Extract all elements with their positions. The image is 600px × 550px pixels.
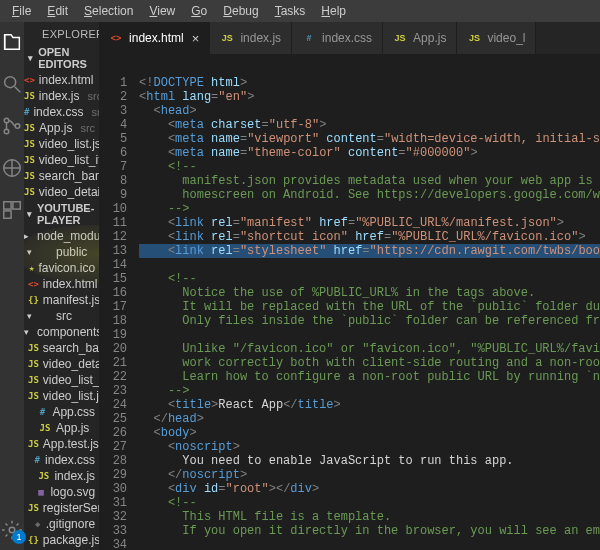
code-line[interactable]: manifest.json provides metadata used whe… — [139, 174, 600, 188]
code-line[interactable]: <meta name="viewport" content="width=dev… — [139, 132, 600, 146]
code-line[interactable]: <meta charset="utf-8"> — [139, 118, 600, 132]
code-line[interactable]: <link rel="shortcut icon" href="%PUBLIC_… — [139, 230, 600, 244]
open-editor-item[interactable]: JSvideo_list_item.jssrc\components — [24, 152, 99, 168]
menu-view[interactable]: View — [141, 2, 183, 20]
svg-line-1 — [15, 87, 21, 93]
chevron-down-icon: ▾ — [26, 209, 33, 219]
search-icon[interactable] — [0, 72, 24, 96]
file-item[interactable]: JSsearch_bar.js — [24, 340, 99, 356]
code-line[interactable]: --> — [139, 384, 600, 398]
twistie-icon: ▾ — [24, 327, 29, 337]
project-header[interactable]: ▾ YOUTUBE-PLAYER — [24, 200, 99, 228]
file-item[interactable]: #App.css — [24, 404, 99, 420]
file-item[interactable]: <>index.html — [24, 276, 99, 292]
code-line[interactable]: <meta name="theme-color" content="#00000… — [139, 146, 600, 160]
code-line[interactable]: It will be replaced with the URL of the … — [139, 300, 600, 314]
html-file-icon: <> — [109, 31, 123, 45]
open-editor-item[interactable]: #index.csssrc — [24, 104, 99, 120]
close-icon[interactable]: × — [192, 31, 200, 46]
tab-video_l[interactable]: JSvideo_l — [457, 22, 536, 54]
gear-badge: 1 — [12, 530, 26, 544]
code-line[interactable]: Learn how to configure a non-root public… — [139, 370, 600, 384]
code-line[interactable]: <!-- — [139, 496, 600, 510]
code-line[interactable]: <div id="root"></div> — [139, 482, 600, 496]
file-item[interactable]: ◆.gitignore — [24, 516, 99, 532]
code-line[interactable]: Unlike "/favicon.ico" or "favicon.ico", … — [139, 342, 600, 356]
code-line[interactable]: <!-- — [139, 272, 600, 286]
tab-App-js[interactable]: JSApp.js — [383, 22, 457, 54]
js-file-icon: JS — [28, 437, 39, 451]
code-line[interactable]: --> — [139, 202, 600, 216]
gear-icon[interactable]: 1 — [0, 518, 24, 542]
code-line[interactable]: </noscript> — [139, 468, 600, 482]
code-line[interactable]: <head> — [139, 104, 600, 118]
file-item[interactable]: JSvideo_list.js — [24, 388, 99, 404]
menu-file[interactable]: File — [4, 2, 39, 20]
source-control-icon[interactable] — [0, 114, 24, 138]
file-item[interactable]: JSvideo_list_item.js — [24, 372, 99, 388]
file-item[interactable]: JSindex.js — [24, 468, 99, 484]
folder-item[interactable]: ▸node_modules — [24, 228, 99, 244]
explorer-icon[interactable] — [0, 30, 24, 54]
code-line[interactable]: <noscript> — [139, 440, 600, 454]
file-path: src — [88, 90, 100, 102]
tab-label: index.js — [240, 31, 281, 45]
code-content[interactable]: <!DOCTYPE html><html lang="en"> <head> <… — [135, 74, 600, 550]
code-line[interactable]: This HTML file is a template. — [139, 510, 600, 524]
file-item[interactable]: ▦logo.svg — [24, 484, 99, 500]
code-line[interactable]: homescreen on Android. See https://devel… — [139, 188, 600, 202]
file-item[interactable]: {}manifest.json — [24, 292, 99, 308]
menu-edit[interactable]: Edit — [39, 2, 76, 20]
open-editors-header[interactable]: ▾ OPEN EDITORS — [24, 44, 99, 72]
gutter: 1234567891011121314151617181920212223242… — [99, 74, 135, 550]
code-line[interactable]: <html lang="en"> — [139, 90, 600, 104]
code-line[interactable] — [139, 328, 600, 342]
menu-debug[interactable]: Debug — [215, 2, 266, 20]
code-line[interactable] — [139, 258, 600, 272]
menu-go[interactable]: Go — [183, 2, 215, 20]
code-line[interactable]: work correctly both with client-side rou… — [139, 356, 600, 370]
open-editor-item[interactable]: JSvideo_detail.jssrc\components — [24, 184, 99, 200]
code-line[interactable]: <!DOCTYPE html> — [139, 76, 600, 90]
file-name: video_detail.js — [39, 185, 99, 199]
tab-index-css[interactable]: #index.css — [292, 22, 383, 54]
code-line[interactable]: Notice the use of %PUBLIC_URL% in the ta… — [139, 286, 600, 300]
js-file-icon: JS — [220, 31, 234, 45]
code-line[interactable]: </head> — [139, 412, 600, 426]
file-item[interactable]: JSregisterServiceWorker.js — [24, 500, 99, 516]
file-item[interactable]: ★favicon.ico — [24, 260, 99, 276]
open-editor-item[interactable]: JSsearch_bar.jssrc\components — [24, 168, 99, 184]
js-file-icon: JS — [24, 137, 35, 151]
open-editor-item[interactable]: JSApp.jssrc — [24, 120, 99, 136]
folder-item[interactable]: ▾public — [24, 244, 99, 260]
code-line[interactable] — [139, 538, 600, 550]
code-line[interactable]: If you open it directly in the browser, … — [139, 524, 600, 538]
file-item[interactable]: JSvideo_detail.js — [24, 356, 99, 372]
file-name: video_list.js — [39, 137, 99, 151]
code-line[interactable]: <!-- — [139, 160, 600, 174]
code-line[interactable]: <link rel="manifest" href="%PUBLIC_URL%/… — [139, 216, 600, 230]
open-editor-item[interactable]: JSindex.jssrc — [24, 88, 99, 104]
file-item[interactable]: JSApp.js — [24, 420, 99, 436]
code-area[interactable]: 1234567891011121314151617181920212223242… — [99, 74, 600, 550]
open-editor-item[interactable]: <>index.htmlpublic — [24, 72, 99, 88]
menu-selection[interactable]: Selection — [76, 2, 141, 20]
menu-tasks[interactable]: Tasks — [267, 2, 314, 20]
file-item[interactable]: #index.css — [24, 452, 99, 468]
folder-item[interactable]: ▾components — [24, 324, 99, 340]
folder-item[interactable]: ▾src — [24, 308, 99, 324]
code-line[interactable]: <title>React App</title> — [139, 398, 600, 412]
code-line[interactable]: You need to enable JavaScript to run thi… — [139, 454, 600, 468]
extensions-icon[interactable] — [0, 198, 24, 222]
code-line[interactable]: <link rel="stylesheet" href="https://cdn… — [139, 244, 600, 258]
svg-point-0 — [5, 77, 16, 88]
code-line[interactable]: <body> — [139, 426, 600, 440]
open-editor-item[interactable]: JSvideo_list.jssrc\components — [24, 136, 99, 152]
code-line[interactable]: Only files inside the `public` folder ca… — [139, 314, 600, 328]
tab-index-html[interactable]: <>index.html× — [99, 22, 210, 54]
menu-help[interactable]: Help — [313, 2, 354, 20]
file-item[interactable]: JSApp.test.js — [24, 436, 99, 452]
tab-index-js[interactable]: JSindex.js — [210, 22, 292, 54]
debug-icon[interactable] — [0, 156, 24, 180]
file-item[interactable]: {}package.json — [24, 532, 99, 548]
